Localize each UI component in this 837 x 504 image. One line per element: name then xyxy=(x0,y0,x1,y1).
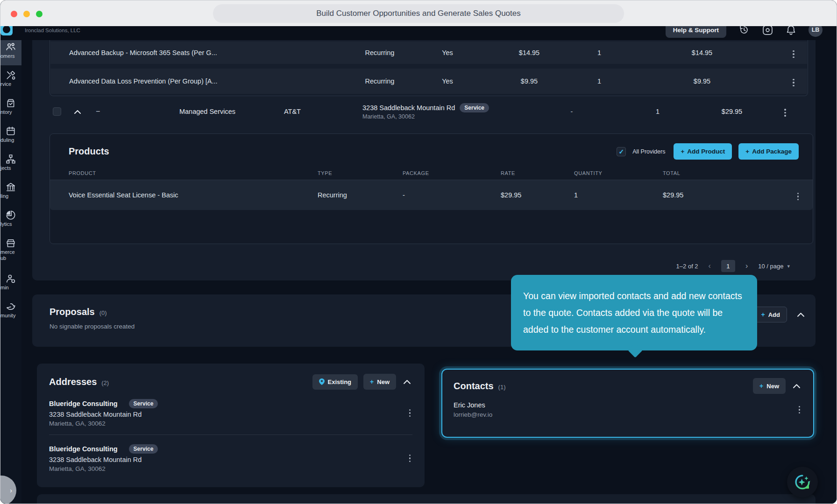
product-total: $14.95 xyxy=(625,49,779,56)
pagination-prev-icon[interactable]: ‹ xyxy=(709,262,711,270)
collapse-chevron-icon[interactable] xyxy=(74,108,81,115)
product-type: Recurring xyxy=(318,191,403,199)
collapse-section-chevron-icon[interactable] xyxy=(402,377,412,387)
address-city: Marietta, GA, 30062 xyxy=(362,113,415,120)
add-proposal-button[interactable]: +Add xyxy=(754,307,787,322)
address-city: Marietta, GA, 30062 xyxy=(49,420,158,427)
contacts-title: Contacts xyxy=(454,381,494,392)
pagination: 1–2 of 2 ‹ 1 › 10 / page ▾ xyxy=(676,260,790,272)
sidebar-nav: omers rvice ntory duling jects ling xyxy=(0,38,21,504)
product-name: Advanced Data Loss Prevention (Per Group… xyxy=(50,77,349,85)
table-row[interactable]: Advanced Backup - Microsoft 365 Seats (P… xyxy=(50,42,807,64)
sidebar-item-label: lytics xyxy=(0,221,21,227)
row-menu-kebab-icon[interactable] xyxy=(782,107,788,119)
contacts-card: Contacts (1) +New Eric Jones lorrieb@rev… xyxy=(441,369,814,438)
add-product-button[interactable]: +Add Product xyxy=(674,143,732,160)
row-menu-kebab-icon[interactable] xyxy=(791,77,796,89)
scheduling-calendar-icon xyxy=(5,126,21,136)
table-row[interactable]: Advanced Data Loss Prevention (Per Group… xyxy=(50,69,807,94)
help-support-button[interactable]: Help & Support xyxy=(666,26,726,38)
table-row[interactable]: Voice Essential Seat License - Basic Rec… xyxy=(50,180,813,210)
sidebar-item-customers[interactable]: omers xyxy=(0,38,21,65)
app-content: Ironclad Solutions, LLC Help & Support L… xyxy=(0,26,837,504)
analytics-pie-icon xyxy=(5,210,21,220)
address-name: Blueridge Consulting xyxy=(49,445,118,453)
ai-sparkle-icon xyxy=(794,473,811,491)
column-header: PRODUCT xyxy=(69,170,318,176)
addresses-title: Addresses xyxy=(49,377,97,387)
row-menu-kebab-icon[interactable] xyxy=(795,191,801,203)
product-rate: $14.95 xyxy=(485,49,574,56)
fullscreen-window-button[interactable] xyxy=(36,11,43,17)
product-type: Recurring xyxy=(349,49,410,56)
commerce-hub-store-icon xyxy=(5,238,21,248)
address-list-item[interactable]: Blueridge Consulting Service 3238 Saddle… xyxy=(49,399,412,427)
remove-group-icon[interactable]: − xyxy=(96,107,100,116)
admin-icon xyxy=(5,273,21,284)
sidebar-item-inventory[interactable]: ntory xyxy=(0,94,21,121)
sidebar-item-label: ntory xyxy=(0,109,21,115)
collapse-section-chevron-icon[interactable] xyxy=(791,381,802,392)
pagination-next-icon[interactable]: › xyxy=(745,262,748,270)
user-avatar[interactable]: LB xyxy=(809,26,823,37)
existing-address-button[interactable]: Existing xyxy=(312,374,358,390)
add-package-button[interactable]: +Add Package xyxy=(738,143,799,160)
next-section-card-edge xyxy=(37,494,816,504)
ai-assistant-button[interactable] xyxy=(787,467,818,497)
sidebar-item-analytics[interactable]: lytics xyxy=(0,206,21,233)
row-menu-kebab-icon[interactable] xyxy=(797,404,802,416)
group-address: 3238 Saddleback Mountain Rd Service Mari… xyxy=(362,103,489,120)
new-contact-button[interactable]: +New xyxy=(753,378,786,394)
group-name: Managed Services xyxy=(163,108,252,115)
contact-list-item[interactable]: Eric Jones lorrieb@rev.io xyxy=(454,401,802,418)
sidebar-item-projects[interactable]: jects xyxy=(0,150,21,177)
product-name: Voice Essential Seat License - Basic xyxy=(69,191,318,199)
column-header: TOTAL xyxy=(663,170,783,176)
window-title: Build Customer Opportunities and Generat… xyxy=(213,4,624,23)
addresses-card: Addresses (2) Existing +New Blueridge Co… xyxy=(37,364,425,487)
address-name: Blueridge Consulting xyxy=(49,400,118,407)
all-providers-label: All Providers xyxy=(632,148,665,155)
column-header: TYPE xyxy=(318,170,403,176)
product-flag: Yes xyxy=(410,49,485,56)
minimize-window-button[interactable] xyxy=(23,11,30,17)
pagination-page-button[interactable]: 1 xyxy=(721,260,735,272)
sidebar-item-service[interactable]: rvice xyxy=(0,66,21,93)
sidebar-item-label: munity xyxy=(0,313,21,319)
row-menu-kebab-icon[interactable] xyxy=(791,49,796,60)
service-badge: Service xyxy=(129,399,158,408)
sidebar-item-admin[interactable]: min xyxy=(0,270,21,297)
page-size-select[interactable]: 10 / page ▾ xyxy=(758,263,790,270)
sidebar-item-label: jects xyxy=(0,165,21,171)
column-header: PACKAGE xyxy=(403,170,501,176)
column-header: QUANTITY xyxy=(574,170,663,176)
collapse-section-chevron-icon[interactable] xyxy=(795,309,806,320)
tooltip-text: You can view imported contacts and add n… xyxy=(523,291,742,335)
group-provider: AT&T xyxy=(274,108,311,115)
plus-icon: + xyxy=(759,382,763,390)
all-providers-checkbox[interactable]: ✓ xyxy=(617,147,626,156)
sidebar-item-community[interactable]: munity xyxy=(0,298,21,325)
projects-icon xyxy=(5,154,21,164)
app-logo-icon[interactable] xyxy=(0,26,13,35)
pagination-range: 1–2 of 2 xyxy=(676,263,698,270)
close-window-button[interactable] xyxy=(11,11,17,17)
address-list-item[interactable]: Blueridge Consulting Service 3238 Saddle… xyxy=(49,444,412,472)
location-pin-icon xyxy=(319,378,325,385)
plus-icon: + xyxy=(681,148,684,155)
sidebar-item-commerce-hub[interactable]: merce ub xyxy=(0,234,21,269)
row-menu-kebab-icon[interactable] xyxy=(407,407,413,419)
history-icon[interactable] xyxy=(738,26,750,35)
contacts-count: (1) xyxy=(498,384,506,391)
dialer-icon[interactable] xyxy=(762,26,773,35)
row-menu-kebab-icon[interactable] xyxy=(407,453,413,464)
notifications-bell-icon[interactable] xyxy=(785,26,796,35)
new-address-button[interactable]: +New xyxy=(363,374,396,390)
row-checkbox[interactable] xyxy=(53,107,61,116)
address-city: Marietta, GA, 30062 xyxy=(49,465,158,472)
sidebar-item-billing[interactable]: ling xyxy=(0,178,21,205)
customers-icon xyxy=(5,42,21,52)
sidebar-item-scheduling[interactable]: duling xyxy=(0,122,21,149)
service-group-row[interactable]: − Managed Services AT&T 3238 Saddleback … xyxy=(32,98,816,124)
product-type: Recurring xyxy=(349,77,410,85)
